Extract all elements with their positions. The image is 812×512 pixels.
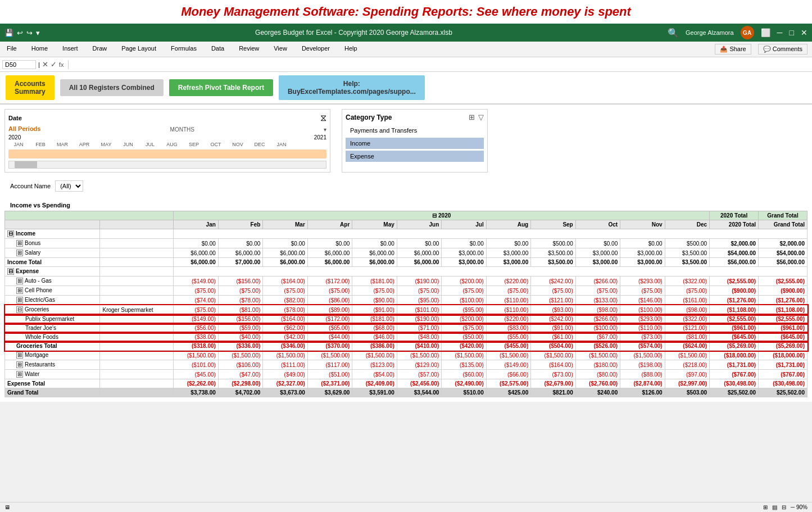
all-registers-button[interactable]: All 10 Registers Combined bbox=[60, 79, 164, 96]
account-filter: Account Name (All) bbox=[4, 177, 808, 195]
menu-draw[interactable]: Draw bbox=[90, 44, 110, 55]
cancel-formula-icon[interactable]: ✕ bbox=[42, 60, 48, 69]
user-name: George Alzamora bbox=[686, 29, 734, 36]
close-icon[interactable]: ✕ bbox=[801, 28, 808, 37]
confirm-formula-icon[interactable]: ✓ bbox=[51, 60, 57, 69]
save-icon[interactable]: 💾 bbox=[4, 29, 13, 37]
formula-bar: | ✕ ✓ fx bbox=[0, 57, 812, 72]
col-oct: Oct bbox=[575, 220, 620, 229]
menu-file[interactable]: File bbox=[4, 44, 19, 55]
menu-review[interactable]: Review bbox=[237, 44, 261, 55]
table-row: ⊟Groceries Kroger Supermarket ($75.00) (… bbox=[5, 305, 808, 315]
menu-developer[interactable]: Developer bbox=[300, 44, 332, 55]
date-filter-toggle[interactable]: ⧖ bbox=[320, 113, 326, 123]
ribbon-toggle-icon[interactable]: ⬜ bbox=[761, 28, 770, 37]
table-row: Publix Supermarket ($149.00) ($156.00) (… bbox=[5, 315, 808, 324]
category-filter-icon[interactable]: ▽ bbox=[478, 113, 484, 121]
water-expand[interactable]: ⊞ bbox=[16, 371, 23, 378]
menu-home[interactable]: Home bbox=[29, 44, 50, 55]
account-name-select[interactable]: (All) bbox=[55, 180, 83, 192]
date-filter: Date ⧖ All Periods MONTHS ▾ 2020 2021 JA… bbox=[4, 109, 330, 173]
share-button[interactable]: 📤 Share bbox=[715, 44, 751, 55]
auto-gas-expand[interactable]: ⊞ bbox=[16, 278, 23, 284]
account-name-label: Account Name bbox=[10, 183, 51, 189]
main-content: Date ⧖ All Periods MONTHS ▾ 2020 2021 JA… bbox=[0, 105, 812, 402]
col-grand: Grand Total bbox=[759, 220, 808, 229]
months-label: MONTHS bbox=[170, 126, 194, 133]
customize-icon[interactable]: ▾ bbox=[36, 29, 40, 37]
col-mar: Mar bbox=[263, 220, 307, 229]
formula-separator2 bbox=[68, 60, 69, 69]
col-jul: Jul bbox=[442, 220, 486, 229]
category-payments-transfers[interactable]: Payments and Transfers bbox=[346, 125, 484, 136]
cell-reference[interactable] bbox=[2, 60, 36, 69]
table-row: ⊞Water ($45.00) ($47.00) ($49.00) ($51.0… bbox=[5, 370, 808, 379]
date-filter-label: Date bbox=[8, 115, 22, 121]
menu-data[interactable]: Data bbox=[209, 44, 226, 55]
months-row: JAN FEB MAR APR MAY JUN JUL AUG SEP OCT … bbox=[8, 142, 326, 147]
date-scrollbar[interactable] bbox=[8, 161, 326, 169]
help-button[interactable]: Help: BuyExcelTemplates.com/pages/suppo.… bbox=[279, 75, 425, 100]
col-category-label bbox=[5, 220, 100, 229]
table-row: ⊞Auto - Gas ($149.00) ($156.00) ($164.00… bbox=[5, 277, 808, 286]
income-total-row: Income Total $6,000.00 $7,000.00 $6,000.… bbox=[5, 258, 808, 267]
table-row: ⊞Electric/Gas ($74.00) ($78.00) ($82.00)… bbox=[5, 296, 808, 305]
table-row: ⊞Restaurants ($101.00) ($106.00) ($111.0… bbox=[5, 360, 808, 370]
spending-table: ⊟ 2020 2020 Total Grand Total Jan Feb Ma… bbox=[4, 211, 808, 397]
minimize-icon[interactable]: ─ bbox=[777, 28, 783, 37]
category-sort-icon[interactable]: ⊞ bbox=[469, 113, 475, 121]
salary-expand[interactable]: ⊞ bbox=[16, 250, 23, 256]
bonus-expand[interactable]: ⊞ bbox=[16, 240, 23, 247]
cellphone-expand[interactable]: ⊞ bbox=[16, 287, 23, 294]
year-2020: 2020 bbox=[8, 134, 21, 141]
groceries-expand[interactable]: ⊟ bbox=[16, 306, 23, 313]
menu-page-layout[interactable]: Page Layout bbox=[119, 44, 158, 55]
col-total: 2020 Total bbox=[710, 220, 759, 229]
col-nov: Nov bbox=[620, 220, 665, 229]
year-2021: 2021 bbox=[314, 134, 326, 141]
undo-icon[interactable]: ↩ bbox=[17, 29, 23, 37]
search-icon[interactable]: 🔍 bbox=[668, 28, 679, 38]
income-sub bbox=[100, 229, 174, 239]
filter-area: Date ⧖ All Periods MONTHS ▾ 2020 2021 JA… bbox=[4, 109, 808, 173]
col-category bbox=[5, 211, 174, 220]
insert-function-icon[interactable]: fx bbox=[59, 61, 64, 68]
expense-total-row: Expense Total ($2,262.00) ($2,298.00) ($… bbox=[5, 379, 808, 388]
all-periods-label[interactable]: All Periods bbox=[8, 125, 40, 132]
title-banner: Money Management Software: Spending Repo… bbox=[0, 0, 812, 24]
groceries-total-row: Groceries Total ($318.00) ($336.00) ($34… bbox=[5, 342, 808, 351]
months-dropdown[interactable]: ▾ bbox=[324, 126, 326, 133]
category-expense[interactable]: Expense bbox=[346, 151, 484, 162]
user-avatar: GA bbox=[741, 26, 754, 39]
formula-input[interactable] bbox=[73, 61, 810, 68]
menu-view[interactable]: View bbox=[271, 44, 289, 55]
menu-help[interactable]: Help bbox=[342, 44, 360, 55]
menu-formulas[interactable]: Formulas bbox=[169, 44, 199, 55]
table-row: ⊟Expense bbox=[5, 267, 808, 277]
table-row: Trader Joe's ($56.00) ($59.00) ($62.00) … bbox=[5, 324, 808, 333]
col-may: May bbox=[352, 220, 397, 229]
category-type-filter: Category Type ⊞ ▽ Payments and Transfers… bbox=[342, 109, 488, 173]
electric-expand[interactable]: ⊞ bbox=[16, 297, 23, 303]
refresh-pivot-button[interactable]: Refresh Pivot Table Report bbox=[169, 79, 273, 96]
comments-button[interactable]: 💬 Comments bbox=[758, 44, 808, 55]
accounts-summary-button[interactable]: Accounts Summary bbox=[6, 75, 55, 100]
redo-icon[interactable]: ↪ bbox=[26, 29, 33, 37]
category-income[interactable]: Income bbox=[346, 138, 484, 149]
category-filter-label: Category Type bbox=[346, 114, 392, 121]
table-row: ⊞Bonus $0.00 $0.00 $0.00 $0.00 $0.00 $0.… bbox=[5, 239, 808, 248]
mortgage-expand[interactable]: ⊞ bbox=[16, 352, 23, 359]
restaurants-expand[interactable]: ⊞ bbox=[16, 361, 23, 368]
col-grand-total: Grand Total bbox=[759, 211, 808, 220]
income-expand[interactable]: ⊟ bbox=[7, 230, 14, 237]
date-slider[interactable] bbox=[8, 149, 326, 158]
maximize-icon[interactable]: □ bbox=[790, 28, 794, 37]
table-section: Income vs Spending ⊟ 2020 2020 Total Gra… bbox=[4, 200, 808, 397]
table-row: ⊞Cell Phone ($75.00) ($75.00) ($75.00) (… bbox=[5, 286, 808, 296]
table-row: ⊞Salary $6,000.00 $6,000.00 $6,000.00 $6… bbox=[5, 248, 808, 258]
table-row: Whole Foods ($38.00) ($40.00) ($42.00) (… bbox=[5, 333, 808, 342]
expense-expand[interactable]: ⊟ bbox=[7, 268, 14, 275]
toolbar: Accounts Summary All 10 Registers Combin… bbox=[0, 72, 812, 105]
col-dec: Dec bbox=[665, 220, 709, 229]
menu-insert[interactable]: Insert bbox=[60, 44, 80, 55]
